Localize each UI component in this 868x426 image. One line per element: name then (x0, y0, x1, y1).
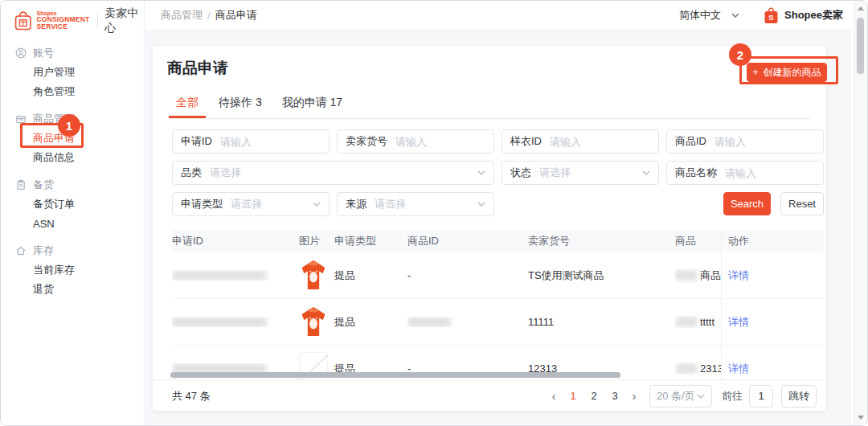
table-body: 提品 - TS使用测试商品 商品 详情 (172, 252, 824, 379)
masked-product-name (675, 363, 698, 374)
chevron-down-icon (477, 202, 485, 207)
page-number-1[interactable]: 1 (563, 390, 583, 402)
prev-page-button[interactable]: ‹ (545, 390, 563, 403)
tab-my-applications[interactable]: 我的申请 17 (275, 90, 350, 118)
sidebar-group-label: 账号 (33, 46, 54, 60)
tab-bar: 全部 待操作 3 我的申请 17 (169, 90, 810, 119)
apply-id-input[interactable] (220, 136, 321, 148)
plus-icon: + (752, 67, 758, 78)
sidebar-item-returns[interactable]: 退货 (1, 280, 144, 299)
clipboard-icon (15, 179, 27, 190)
content-area: 商品申请 + 创建新的商品 全部 待操作 3 我的申请 17 申请ID (145, 31, 851, 424)
logo-divider (97, 14, 98, 27)
vertical-scrollbar[interactable] (854, 2, 866, 424)
filter-source-select[interactable]: 来源 请选择 (337, 192, 494, 216)
chevron-down-icon (313, 202, 321, 207)
box-icon (15, 113, 27, 125)
product-id-input[interactable] (714, 136, 815, 148)
language-selector[interactable]: 简体中文 (679, 8, 739, 23)
user-icon (15, 47, 27, 59)
table-row: 提品 - TS使用测试商品 商品 详情 (172, 252, 824, 299)
masked-product-id (407, 317, 451, 327)
breadcrumb-separator: / (207, 10, 211, 22)
reset-button[interactable]: Reset (780, 192, 824, 215)
shopee-icon: S (764, 7, 779, 24)
breadcrumb-parent[interactable]: 商品管理 (161, 8, 203, 23)
masked-product-name (675, 270, 698, 281)
masked-apply-id (172, 270, 267, 281)
breadcrumb: 商品管理 / 商品申请 (145, 8, 257, 23)
page-size-select[interactable]: 20 条/页 (649, 385, 712, 408)
sidebar-item-user-management[interactable]: 用户管理 (1, 63, 144, 82)
sidebar-group-label: 库存 (33, 244, 54, 258)
goto-label: 前往 (722, 389, 743, 403)
filter-product-id[interactable]: 商品ID (666, 129, 824, 154)
sidebar-group-stock-prep[interactable]: 备货 (1, 175, 144, 195)
consignment-bag-icon (14, 9, 32, 33)
tab-all[interactable]: 全部 (169, 90, 206, 118)
chevron-down-icon (477, 170, 485, 175)
logo-line2: SERVICE (36, 23, 89, 31)
search-button[interactable]: Search (723, 192, 771, 215)
seller-sku-input[interactable] (395, 136, 485, 148)
portal-name: 卖家中心 (104, 6, 144, 35)
scroll-down-icon[interactable] (858, 416, 864, 420)
page-number-3[interactable]: 3 (604, 390, 625, 402)
create-product-button[interactable]: + 创建新的商品 (747, 63, 827, 82)
product-thumbnail-sweater[interactable] (299, 259, 328, 293)
sidebar-group-inventory[interactable]: 库存 (1, 241, 144, 260)
sidebar-item-stock-orders[interactable]: 备货订单 (1, 195, 144, 214)
filter-category-select[interactable]: 品类 请选择 (172, 161, 494, 185)
app-window: Shopee CONSIGNMENT SERVICE 卖家中心 账号 用户管理 … (0, 0, 868, 426)
sample-id-input[interactable] (550, 136, 650, 148)
chevron-down-icon (697, 394, 705, 399)
vertical-scrollbar-thumb[interactable] (857, 18, 864, 74)
total-count: 共 47 条 (172, 389, 211, 403)
masked-product-name (675, 317, 698, 327)
page-number-2[interactable]: 2 (583, 390, 604, 402)
applications-table: 申请ID 图片 申请类型 商品ID 卖家货号 商品 动作 (172, 230, 824, 379)
table-header-row: 申请ID 图片 申请类型 商品ID 卖家货号 商品 动作 (172, 230, 824, 252)
product-apply-card: 商品申请 + 创建新的商品 全部 待操作 3 我的申请 17 申请ID (152, 45, 827, 412)
account-menu[interactable]: S Shopee卖家 (764, 7, 843, 24)
sidebar-group-label: 备货 (33, 178, 54, 192)
sidebar-item-role-management[interactable]: 角色管理 (1, 82, 144, 101)
filter-sample-id[interactable]: 样衣ID (502, 129, 659, 154)
horizontal-scrollbar-thumb[interactable] (170, 372, 620, 378)
filter-apply-type-select[interactable]: 申请类型 请选择 (172, 192, 330, 216)
sidebar-group-product-management[interactable]: 商品管理 (1, 109, 144, 129)
detail-link[interactable]: 详情 (728, 268, 749, 283)
masked-apply-id (172, 317, 267, 327)
sidebar-item-asn[interactable]: ASN (1, 214, 144, 233)
chevron-down-icon (642, 170, 650, 175)
side-nav: 账号 用户管理 角色管理 商品管理 商品申请 商品信息 (1, 33, 144, 299)
page-title: 商品申请 (167, 58, 228, 79)
filter-seller-sku[interactable]: 卖家货号 (337, 129, 494, 154)
goto-page-input[interactable] (749, 385, 773, 408)
filter-product-name[interactable]: 商品名称 (666, 161, 824, 185)
next-page-button[interactable]: › (625, 390, 643, 403)
home-icon (15, 245, 27, 256)
sidebar-group-label: 商品管理 (33, 112, 75, 126)
product-thumbnail-sweater[interactable] (299, 305, 328, 339)
filter-status-select[interactable]: 状态 请选择 (502, 161, 659, 185)
sidebar-group-account[interactable]: 账号 (1, 43, 144, 63)
topbar: 商品管理 / 商品申请 简体中文 S Shopee卖家 (145, 1, 851, 31)
tab-pending[interactable]: 待操作 3 (211, 90, 269, 118)
product-name-input[interactable] (725, 167, 815, 179)
jump-button[interactable]: 跳转 (781, 385, 817, 408)
sidebar-item-product-info[interactable]: 商品信息 (1, 148, 144, 167)
table-row: 提品 11111 ttttt 详情 (172, 299, 824, 346)
filter-apply-id[interactable]: 申请ID (172, 129, 330, 154)
sidebar-item-current-inventory[interactable]: 当前库存 (1, 260, 144, 280)
breadcrumb-current: 商品申请 (215, 8, 257, 23)
sidebar: Shopee CONSIGNMENT SERVICE 卖家中心 账号 用户管理 … (1, 1, 145, 425)
sidebar-item-product-apply[interactable]: 商品申请 (1, 129, 144, 148)
scroll-up-icon[interactable] (858, 6, 864, 10)
pagination: ‹ 1 2 3 › 20 条/页 前往 跳转 (545, 385, 817, 408)
table-footer: 共 47 条 ‹ 1 2 3 › 20 条/页 前往 (153, 379, 826, 412)
app-logo: Shopee CONSIGNMENT SERVICE 卖家中心 (1, 1, 144, 33)
chevron-down-icon (731, 13, 739, 18)
detail-link[interactable]: 详情 (728, 362, 749, 376)
detail-link[interactable]: 详情 (728, 315, 749, 330)
